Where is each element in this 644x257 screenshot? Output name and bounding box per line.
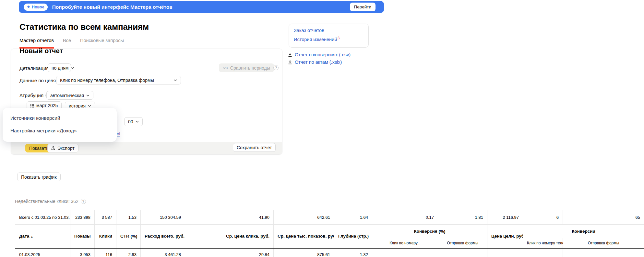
go-to-new-interface-button[interactable]: Перейти (350, 3, 376, 11)
detail-select[interactable]: по дням (48, 63, 71, 72)
order-reports-link[interactable]: Заказ отчетов (294, 28, 364, 33)
row-cell: – (487, 248, 523, 257)
calendar-grid-icon (30, 104, 34, 107)
column-header-depth[interactable]: Глубина (стр.) (334, 225, 372, 248)
context-menu: Источники конверсий Настройка метрики «Д… (3, 108, 117, 142)
totals-cell: 1.53 (116, 210, 141, 225)
ab-compare-icon: A∕B (223, 66, 228, 70)
new-badge: ★ Новое (24, 4, 48, 11)
header-row: Дата▲ Показы Клики CTR (%) Расход всего,… (15, 225, 644, 238)
detail-label: Детализация (19, 65, 49, 71)
sort-asc-icon: ▲ (30, 235, 33, 238)
totals-cell: 1.81 (438, 210, 487, 225)
totals-cell: 3 587 (95, 210, 116, 225)
export-icon (51, 146, 55, 150)
column-header-date[interactable]: Дата▲ (15, 225, 70, 248)
column-header-goal-cost[interactable]: Цена цели, руб. (487, 225, 523, 248)
promo-message: Попробуйте новый интерфейс Мастера отчёт… (52, 4, 173, 10)
download-icon (288, 60, 292, 64)
totals-cell: 6 (523, 210, 563, 225)
attribution-value: автоматическая (50, 93, 84, 98)
compare-help-icon[interactable]: ? (273, 65, 279, 70)
column-header-ctr[interactable]: CTR (%) (116, 225, 141, 248)
chevron-down-icon (88, 105, 91, 107)
totals-cell: 65 (563, 210, 644, 225)
attribution-select[interactable]: автоматическая (46, 91, 93, 100)
row-cell: – (372, 248, 438, 257)
row-cell: 29.84 (185, 248, 274, 257)
totals-row: Всего с 01.03.25 по 31.03.25 233 898 3 5… (15, 210, 644, 225)
invalid-clicks-text: Недействительные клики: 362 (15, 199, 78, 204)
compare-periods-button[interactable]: A∕B Сравнить периоды (219, 63, 274, 72)
beta-mark: β (338, 36, 340, 40)
page-title: Статистика по всем кампаниям (19, 22, 149, 32)
attribution-label-text: Атрибуция (19, 93, 43, 98)
tab-all[interactable]: Все (63, 38, 71, 49)
totals-cell: 233 898 (70, 210, 95, 225)
statistics-table: Всего с 01.03.25 по 31.03.25 233 898 3 5… (15, 210, 644, 257)
goals-value: Клик по номеру телефона, Отправка формы (60, 78, 154, 83)
totals-cell: 0.17 (372, 210, 438, 225)
tab-search-queries[interactable]: Поисковые запросы (80, 38, 124, 49)
row-cell: 2.93 (116, 248, 141, 257)
column-header-clicks[interactable]: Клики (95, 225, 116, 248)
chevron-down-icon (86, 95, 89, 96)
date-header-label: Дата (19, 234, 29, 239)
chevron-down-icon (174, 79, 177, 81)
column-header-impressions[interactable]: Показы (70, 225, 95, 248)
acts-report-label: Отчет по актам (.xslx) (295, 60, 342, 65)
group-header-conversion-rate: Конверсия (%) (372, 225, 487, 238)
change-history-label: История изменений (294, 37, 337, 42)
menu-item-revenue-metric[interactable]: Настройка метрики «Доход» (3, 126, 117, 136)
new-badge-label: Новое (32, 5, 44, 9)
acts-report-link[interactable]: Отчет по актам (.xslx) (288, 60, 342, 65)
star-icon: ★ (27, 5, 30, 9)
subheader-phone-click[interactable]: Клик по номеру теле... (523, 238, 563, 248)
totals-cell: 642.61 (274, 210, 334, 225)
columns-settings-link[interactable]: ol (117, 131, 120, 137)
subheader-phone-click[interactable]: Клик по номеру... (372, 238, 438, 248)
row-cell: – (563, 248, 644, 257)
download-icon (288, 52, 292, 57)
save-report-button[interactable]: Сохранить отчет (233, 143, 276, 152)
totals-cell: 1.64 (334, 210, 372, 225)
column-header-avg-cpm[interactable]: Ср. цена тыс. показов, руб. (274, 225, 334, 248)
totals-cell: 150 304.59 (141, 210, 185, 225)
menu-item-conversion-sources[interactable]: Источники конверсий (3, 113, 117, 123)
totals-cell: 41.90 (185, 210, 274, 225)
totals-label: Всего с 01.03.25 по 31.03.25 (15, 210, 70, 225)
row-cell: 116 (95, 248, 116, 257)
conversions-report-link[interactable]: Отчет о конверсиях (.csv) (288, 52, 351, 57)
row-cell: 1.32 (334, 248, 372, 257)
goals-select[interactable]: Клик по номеру телефона, Отправка формы (56, 76, 181, 84)
conversions-report-label: Отчет о конверсиях (.csv) (295, 52, 351, 57)
row-cell: 875.61 (274, 248, 334, 257)
page-size-select[interactable]: 00 (124, 117, 143, 126)
new-report-heading: Новый отчет (19, 47, 63, 55)
chevron-down-icon (71, 67, 74, 69)
export-label: Экспорт (57, 146, 75, 151)
row-cell: 3 461.28 (141, 248, 185, 257)
subheader-form-submit[interactable]: Отправка формы (438, 238, 487, 248)
page-size-value: 00 (128, 119, 133, 124)
goals-label-text: Данные по целям (19, 78, 59, 83)
export-button[interactable]: Экспорт (47, 144, 78, 152)
invalid-clicks-note: Недействительные клики: 362 ? (15, 199, 86, 204)
show-chart-button[interactable]: Показать график (17, 173, 61, 181)
chevron-down-icon (136, 121, 139, 123)
promo-banner: ★ Новое Попробуйте новый интерфейс Масте… (19, 1, 384, 13)
reports-links-box: Заказ отчетов История измененийβ (289, 24, 369, 48)
group-header-conversions: Конверсии (523, 225, 644, 238)
column-header-cost[interactable]: Расход всего, руб. (141, 225, 185, 248)
totals-cell: 2 116.97 (487, 210, 523, 225)
column-header-avg-click-cost[interactable]: Ср. цена клика, руб. (185, 225, 274, 248)
row-date: 01.03.2025 (15, 248, 70, 257)
row-cell: – (438, 248, 487, 257)
change-history-link[interactable]: История измененийβ (294, 36, 364, 42)
attribution-label: Атрибуция ? (19, 93, 51, 98)
detail-value: по дням (52, 65, 68, 71)
subheader-form-submit[interactable]: Отправка формы (563, 238, 644, 248)
invalid-clicks-help-icon[interactable]: ? (81, 199, 86, 204)
period-value: март 2025 (36, 103, 58, 108)
row-cell: 3 953 (70, 248, 95, 257)
